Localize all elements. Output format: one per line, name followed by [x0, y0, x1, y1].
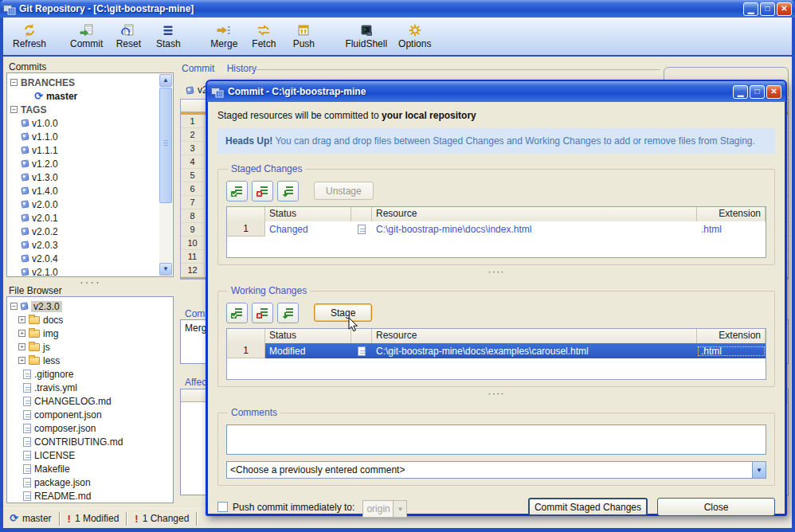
collapse-icon[interactable]: − — [10, 106, 18, 113]
files-list: .gitignore .travis.yml CHANGELOG.md — [7, 367, 173, 503]
tree-node-tags[interactable]: − TAGS — [7, 103, 173, 116]
section-splitter[interactable]: ···· — [217, 268, 775, 276]
fetch-button[interactable]: Fetch — [246, 20, 281, 53]
scrollbar-thumb[interactable] — [159, 88, 172, 203]
collapse-icon[interactable]: − — [10, 303, 18, 310]
tree-node-root[interactable]: − v2.3.0 — [7, 299, 173, 313]
comment-input[interactable] — [226, 424, 766, 455]
tree-node-folder[interactable]: + img — [7, 327, 173, 340]
fluidshell-icon — [358, 23, 374, 37]
tree-node-tag[interactable]: v2.0.0 — [7, 198, 173, 211]
check-all-button[interactable] — [226, 181, 248, 201]
status-separator — [196, 512, 198, 526]
scroll-up-icon[interactable]: ▲ — [159, 74, 172, 87]
refresh-button[interactable]: Refresh — [10, 20, 49, 53]
dialog-title: Commit - C:\git-boostrap-mine — [228, 86, 731, 97]
commit-button[interactable]: Commit — [67, 20, 106, 53]
mouse-cursor — [348, 317, 359, 333]
tree-node-file[interactable]: CHANGELOG.md — [7, 394, 173, 408]
fluidshell-button[interactable]: FluidShell — [342, 20, 390, 53]
tree-node-tag[interactable]: v1.1.0 — [7, 130, 173, 143]
expand-icon[interactable]: + — [18, 316, 25, 323]
chevron-down-icon[interactable]: ▼ — [752, 462, 766, 478]
options-icon — [407, 23, 423, 37]
table-empty-area — [227, 237, 766, 257]
tree-node-file[interactable]: Makefile — [7, 462, 173, 475]
dialog-minimize-button[interactable]: ▁ — [733, 85, 748, 99]
expand-icon[interactable]: + — [18, 330, 25, 337]
push-button[interactable]: Push — [286, 20, 321, 53]
stash-button[interactable]: Stash — [151, 20, 186, 53]
move-selection-button[interactable] — [277, 303, 299, 323]
tree-node-file[interactable]: README.md — [7, 489, 173, 503]
expand-icon[interactable]: + — [18, 357, 25, 364]
tree-node-tag[interactable]: v1.3.0 — [7, 170, 173, 184]
staged-row[interactable]: 1 Changed C:\git-boostrap-mine\docs\inde… — [227, 221, 766, 237]
tree-node-tag[interactable]: v1.4.0 — [7, 184, 173, 198]
commits-scrollbar[interactable]: ▲ ▼ — [159, 74, 172, 276]
staged-table: Status Resource Extension 1 Changed C:\g… — [226, 206, 766, 258]
tree-node-folder[interactable]: + js — [7, 340, 173, 354]
file-icon — [23, 491, 31, 501]
tab-history[interactable]: History — [227, 63, 257, 74]
tree-node-tag[interactable]: v2.0.4 — [7, 252, 173, 265]
merge-button[interactable]: Merge — [206, 20, 241, 53]
scroll-down-icon[interactable]: ▼ — [159, 263, 172, 276]
folder-icon — [29, 316, 40, 324]
column-extension[interactable]: Extension — [697, 207, 766, 221]
minimize-button[interactable]: ▁ — [743, 2, 758, 16]
working-row[interactable]: 1 Modified C:\git-boostrap-mine\docs\exa… — [227, 343, 766, 358]
tree-node-master[interactable]: ⟳ master — [7, 89, 173, 103]
column-resource[interactable]: Resource — [372, 207, 697, 221]
commit-staged-changes-button[interactable]: Commit Staged Changes — [528, 498, 648, 516]
tree-node-file[interactable]: package.json — [7, 475, 173, 489]
tree-node-branches[interactable]: − BRANCHES — [7, 76, 173, 89]
reset-button[interactable]: Reset — [111, 20, 146, 53]
previous-comment-combo[interactable]: <Choose a previously entered comment> ▼ — [226, 461, 766, 479]
horizontal-splitter[interactable]: ···· — [80, 280, 101, 284]
column-extension[interactable]: Extension — [697, 329, 766, 343]
check-all-button[interactable] — [226, 303, 248, 323]
move-selection-button[interactable] — [277, 181, 299, 201]
tree-node-tag[interactable]: v1.1.1 — [7, 143, 173, 157]
tree-node-file[interactable]: CONTRIBUTING.md — [7, 435, 173, 448]
options-button[interactable]: Options — [395, 20, 434, 53]
stage-button[interactable]: Stage — [314, 303, 372, 322]
tree-node-tag[interactable]: v1.2.0 — [7, 157, 173, 170]
push-immediately-checkbox[interactable] — [217, 502, 228, 512]
tree-node-folder[interactable]: + docs — [7, 313, 173, 327]
column-status[interactable]: Status — [265, 329, 351, 343]
uncheck-all-button[interactable] — [252, 303, 273, 323]
close-button[interactable]: ✕ — [777, 2, 792, 16]
close-dialog-button[interactable]: Close — [657, 498, 775, 516]
staged-toolbar: Unstage — [226, 180, 766, 201]
tag-icon — [20, 302, 28, 310]
column-status[interactable]: Status — [265, 207, 351, 221]
tree-node-folder[interactable]: + less — [7, 354, 173, 367]
section-splitter[interactable]: ···· — [217, 389, 775, 397]
maximize-button[interactable]: □ — [760, 2, 775, 16]
tree-node-tag[interactable]: v2.0.1 — [7, 211, 173, 225]
working-row-status: Modified — [265, 346, 351, 357]
uncheck-all-button[interactable] — [252, 181, 273, 201]
collapse-icon[interactable]: − — [10, 79, 18, 86]
tree-node-file[interactable]: composer.json — [7, 421, 173, 435]
file-icon — [23, 370, 31, 379]
unstage-button[interactable]: Unstage — [314, 182, 374, 200]
tab-commit[interactable]: Commit — [182, 63, 214, 74]
tree-node-file[interactable]: LICENSE — [7, 448, 173, 462]
dialog-close-button[interactable]: ✕ — [766, 85, 781, 99]
dialog-maximize-button[interactable]: □ — [750, 85, 765, 99]
tree-node-tag[interactable]: v2.0.3 — [7, 238, 173, 252]
folders-list: + docs + img + — [7, 313, 173, 367]
column-resource[interactable]: Resource — [372, 329, 697, 343]
tree-node-tag[interactable]: v2.0.2 — [7, 225, 173, 238]
expand-icon[interactable]: + — [18, 343, 25, 350]
tree-node-file[interactable]: .gitignore — [7, 367, 173, 381]
tree-node-file[interactable]: component.json — [7, 408, 173, 421]
tag-icon — [21, 132, 29, 140]
tree-node-file[interactable]: .travis.yml — [7, 381, 173, 394]
maximize-icon: □ — [754, 88, 759, 96]
staged-changes-group: Staged Changes Unstage — [217, 163, 775, 265]
tree-node-tag[interactable]: v1.0.0 — [7, 116, 173, 130]
